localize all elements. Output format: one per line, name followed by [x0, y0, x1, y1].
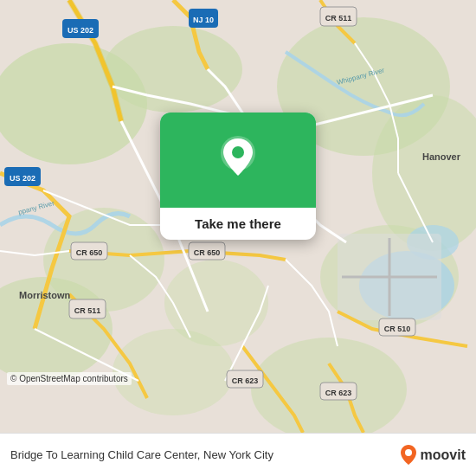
- svg-text:Morristown: Morristown: [19, 290, 71, 300]
- moovit-pin-icon: [400, 444, 417, 466]
- bottom-bar: Bridge To Learning Child Care Center, Ne…: [0, 433, 476, 476]
- card-green-section: [160, 113, 316, 208]
- svg-text:US 202: US 202: [10, 174, 35, 183]
- take-me-there-label[interactable]: Take me there: [160, 208, 316, 240]
- svg-point-42: [232, 146, 244, 158]
- location-pin-icon: [216, 134, 260, 186]
- svg-text:CR 623: CR 623: [325, 389, 352, 397]
- svg-text:CR 650: CR 650: [76, 248, 103, 257]
- svg-text:CR 511: CR 511: [325, 14, 352, 23]
- svg-text:CR 511: CR 511: [74, 306, 101, 315]
- moovit-brand-name: moovit: [421, 447, 466, 463]
- svg-text:Hanover: Hanover: [422, 151, 461, 162]
- svg-text:CR 623: CR 623: [232, 376, 259, 385]
- svg-text:US 202: US 202: [68, 26, 93, 35]
- map-container: US 202 US 202 NJ 10 CR 511 CR 511 CR 650…: [0, 0, 476, 433]
- map-attribution: © OpenStreetMap contributors: [7, 372, 132, 385]
- location-text: Bridge To Learning Child Care Center, Ne…: [10, 448, 400, 461]
- take-me-there-card[interactable]: Take me there: [160, 113, 316, 240]
- svg-text:CR 650: CR 650: [194, 248, 221, 257]
- svg-text:NJ 10: NJ 10: [193, 16, 214, 24]
- moovit-logo: moovit: [400, 444, 466, 466]
- svg-text:CR 510: CR 510: [384, 325, 411, 333]
- svg-point-43: [405, 449, 412, 456]
